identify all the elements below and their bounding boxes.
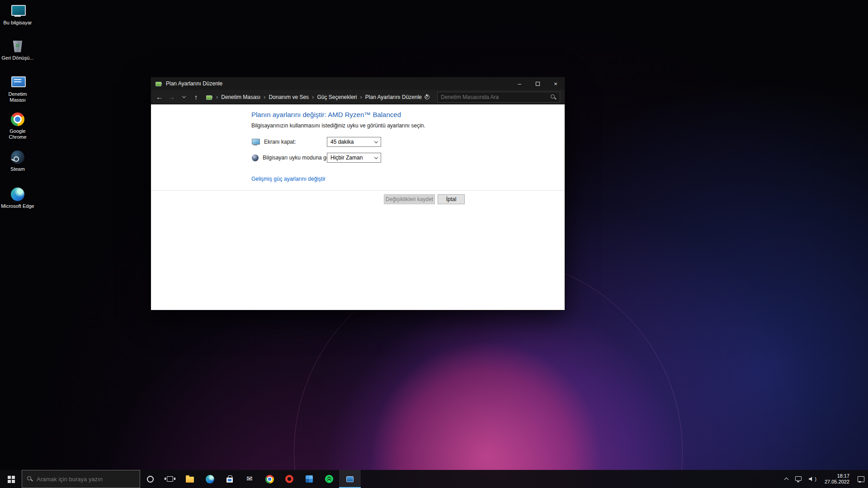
close-button[interactable]: × [547, 77, 565, 90]
spotify-icon [325, 475, 333, 483]
file-explorer-button[interactable] [180, 470, 200, 488]
network-button[interactable] [792, 470, 805, 488]
breadcrumb-item-hardware-sound[interactable]: Donanım ve Ses [269, 94, 309, 100]
task-view-button[interactable] [160, 470, 180, 488]
cancel-button[interactable]: İptal [438, 194, 465, 204]
window-controls: – × [510, 77, 565, 90]
breadcrumb-item-power-options[interactable]: Güç Seçenekleri [317, 94, 357, 100]
address-bar[interactable]: › Denetim Masası › Donanım ve Ses › Güç … [203, 91, 420, 103]
desktop-icon-label: Bu bilgisayar [4, 20, 32, 26]
display-setting-row: Ekranı kapat: [252, 137, 296, 147]
taskbar-search-input[interactable] [37, 476, 135, 483]
forward-button[interactable]: → [166, 91, 177, 103]
breadcrumb-separator-icon: › [216, 94, 218, 100]
minimize-button[interactable]: – [510, 77, 528, 90]
spotify-button[interactable] [319, 470, 339, 488]
folder-icon [186, 477, 194, 483]
recycle-bin-icon: ♻ [13, 39, 23, 53]
desktop-icon-control-panel[interactable]: Denetim Masası [1, 75, 34, 103]
monitor-icon [11, 5, 24, 17]
opera-button[interactable] [279, 470, 299, 488]
edge-logo-icon [11, 188, 24, 201]
volume-icon [809, 477, 814, 482]
control-panel-search[interactable] [437, 92, 560, 103]
forward-icon: → [168, 93, 175, 101]
desktop-icon-label: Geri Dönüşü... [2, 55, 34, 61]
power-options-icon [156, 81, 162, 86]
mail-button[interactable]: ✉ [240, 470, 259, 488]
window-content: Planın ayarlarını değiştir: AMD Ryzen™ B… [151, 104, 565, 310]
edge-button[interactable] [200, 470, 220, 488]
volume-wave-icon: ) [815, 476, 816, 482]
sleep-timeout-value: Hiçbir Zaman [330, 155, 363, 161]
desktop-icon-this-pc[interactable]: Bu bilgisayar [1, 4, 34, 26]
desktop-icon-label: Denetim Masası [1, 91, 34, 103]
display-setting-label: Ekranı kapat: [264, 139, 296, 145]
navigation-bar: ← → ↑ › Denetim Masası › Donanım ve Ses … [151, 90, 565, 104]
taskbar-clock[interactable]: 18:17 27.05.2022 [820, 470, 854, 488]
recent-locations-button[interactable] [178, 91, 189, 103]
breadcrumb-item-control-panel[interactable]: Denetim Masası [221, 94, 260, 100]
breadcrumb-item-edit-plan[interactable]: Plan Ayarlarını Düzenle [365, 94, 422, 100]
active-window-taskbar-button[interactable] [339, 470, 361, 488]
taskbar: ✉ ) 18:17 27.05.2022 [0, 470, 868, 488]
page-description: Bilgisayarınızın kullanmasını istediğini… [251, 122, 425, 129]
notification-icon [858, 476, 864, 482]
chrome-icon [11, 112, 24, 127]
desktop-icon-label: Microsoft Edge [1, 203, 34, 209]
edge-icon [206, 475, 214, 483]
sleep-setting-label: Bilgisayarı uyku moduna geçir: [263, 155, 336, 161]
settings-monitor-icon [11, 76, 24, 88]
content-divider [151, 190, 565, 191]
page-title: Planın ayarlarını değiştir: AMD Ryzen™ B… [251, 111, 401, 118]
action-center-button[interactable] [854, 470, 868, 488]
recycle-glyph-icon: ♻ [13, 43, 23, 48]
store-bag-icon [226, 478, 233, 483]
display-icon [252, 139, 260, 145]
desktop-icon-label: Google Chrome [1, 128, 34, 140]
up-button[interactable]: ↑ [190, 91, 202, 103]
clock-time: 18:17 [837, 473, 849, 479]
taskbar-search[interactable] [22, 470, 140, 488]
sleep-timeout-dropdown[interactable]: Hiçbir Zaman [327, 153, 381, 163]
store-button[interactable] [220, 470, 240, 488]
advanced-power-settings-link[interactable]: Gelişmiş güç ayarlarını değiştir [251, 176, 326, 182]
chrome-button[interactable] [259, 470, 279, 488]
maximize-icon [536, 82, 540, 86]
edit-plan-settings-window: Plan Ayarlarını Düzenle – × ← → ↑ › Dene… [151, 77, 565, 310]
desktop-icon-chrome[interactable]: Google Chrome [1, 112, 34, 140]
desktop-icon-edge[interactable]: Microsoft Edge [1, 187, 34, 209]
location-power-icon [206, 94, 213, 100]
steam-icon [11, 150, 24, 164]
titlebar[interactable]: Plan Ayarlarını Düzenle – × [151, 77, 565, 90]
control-panel-icon [11, 75, 24, 89]
save-changes-button[interactable]: Değişiklikleri kaydet [384, 194, 435, 204]
control-panel-search-input[interactable] [441, 94, 550, 100]
chevron-down-icon [374, 155, 378, 159]
control-panel-window-icon [346, 476, 354, 482]
search-icon [27, 476, 33, 482]
refresh-icon [424, 94, 431, 101]
desktop-icon-steam[interactable]: Steam [1, 150, 34, 172]
start-button[interactable] [0, 470, 22, 488]
refresh-button[interactable] [421, 91, 433, 103]
desktop: Bu bilgisayar ♻ Geri Dönüşü... Denetim M… [0, 0, 868, 488]
breadcrumb-separator-icon: › [264, 94, 265, 100]
back-button[interactable]: ← [154, 91, 165, 103]
blue-tiles-app-button[interactable] [299, 470, 319, 488]
tray-overflow-button[interactable] [781, 470, 792, 488]
display-timeout-dropdown[interactable]: 45 dakika [327, 137, 381, 147]
task-view-icon [167, 476, 173, 482]
sleep-setting-row: Bilgisayarı uyku moduna geçir: [252, 153, 336, 163]
volume-button[interactable]: ) [805, 470, 820, 488]
windows-logo-icon [8, 476, 11, 479]
desktop-icon-recycle-bin[interactable]: ♻ Geri Dönüşü... [1, 39, 34, 61]
edge-icon [11, 187, 24, 202]
window-title: Plan Ayarlarını Düzenle [166, 80, 222, 87]
cortana-button[interactable] [140, 470, 160, 488]
chrome-icon [265, 475, 274, 483]
display-timeout-value: 45 dakika [330, 139, 354, 145]
maximize-button[interactable] [528, 77, 547, 90]
tile-grid-icon [306, 475, 313, 483]
network-icon [795, 476, 802, 481]
